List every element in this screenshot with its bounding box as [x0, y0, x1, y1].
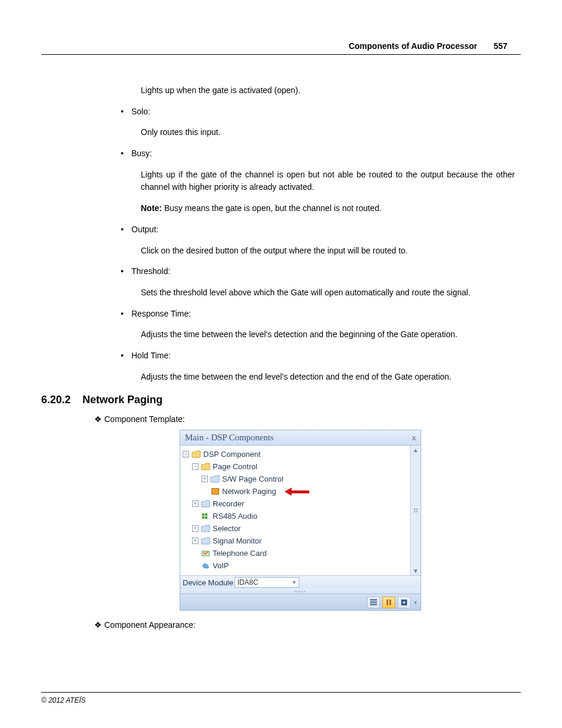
tree-item-page-control[interactable]: − Page Control — [183, 460, 408, 473]
bullet-label: Hold Time: — [131, 350, 171, 363]
page-footer: © 2012 ATEÏS — [41, 692, 521, 704]
panel-header: Main - DSP Components x — [180, 430, 421, 446]
component-appearance-label: ❖ Component Appearance: — [94, 620, 521, 630]
tree-label: DSP Component — [203, 450, 260, 459]
resize-grip[interactable]: ▪▪▪▪▪ — [180, 589, 421, 594]
expand-icon[interactable]: + — [192, 525, 199, 532]
tree-item-sw-page-control[interactable]: + S/W Page Control — [183, 473, 408, 485]
tree-item-voip[interactable]: VoIP — [183, 559, 408, 572]
tree-item-rs485-audio[interactable]: RS485 Audio — [183, 510, 408, 522]
tree-label: Network Paging — [222, 487, 276, 496]
tree-label: RS485 Audio — [213, 512, 257, 521]
bullet-threshold: Threshold: — [121, 265, 515, 278]
page-number: 557 — [494, 41, 521, 51]
telephone-icon — [201, 549, 210, 558]
expand-icon[interactable]: + — [192, 500, 199, 507]
device-module-label: Device Module — [183, 578, 233, 587]
bullet-hold: Hold Time: — [121, 350, 515, 363]
panel-title: Main - DSP Components — [185, 433, 274, 443]
folder-icon — [201, 525, 210, 533]
tree-item-telephone-card[interactable]: Telephone Card — [183, 547, 408, 559]
content-body: Lights up when the gate is activated (op… — [121, 84, 515, 383]
voip-icon — [201, 562, 210, 570]
toolbar-align-button[interactable] — [382, 597, 395, 608]
appearance-label-text: Component Appearance: — [104, 620, 196, 630]
folder-icon — [210, 475, 220, 483]
section-heading: 6.20.2 Network Paging — [41, 394, 521, 406]
chevron-down-icon[interactable]: ▾ — [414, 599, 417, 605]
tree-item-selector[interactable]: + Selector — [183, 522, 408, 535]
diamond-icon: ❖ — [94, 620, 102, 630]
component-template-label: ❖ Component Template: — [94, 414, 521, 424]
tree-label: Telephone Card — [213, 549, 267, 558]
bullet-icon — [121, 223, 131, 236]
toolbar-list-button[interactable] — [367, 597, 380, 608]
bullet-solo: Solo: — [121, 106, 515, 118]
tree-item-network-paging[interactable]: Network Paging — [183, 485, 408, 498]
svg-rect-4 — [386, 599, 388, 605]
folder-icon — [201, 500, 210, 508]
panel-toolbar: ▾ — [180, 594, 421, 610]
bullet-label: Busy: — [131, 147, 152, 160]
tree-label: S/W Page Control — [222, 475, 283, 483]
svg-rect-1 — [370, 599, 377, 601]
tree-label: Page Control — [213, 462, 257, 471]
expand-icon[interactable]: + — [192, 538, 199, 544]
collapse-icon[interactable]: − — [192, 463, 199, 470]
device-module-value: IDA8C — [237, 578, 258, 587]
tree-label: Recorder — [213, 499, 244, 508]
tree-label: Signal Monitor — [213, 536, 262, 545]
copyright-text: © 2012 ATEÏS — [41, 696, 86, 704]
tree-item-recorder[interactable]: + Recorder — [183, 498, 408, 510]
threshold-text: Sets the threshold level above which the… — [141, 286, 515, 299]
bullet-icon — [121, 265, 131, 278]
solo-text: Only routes this input. — [141, 126, 515, 139]
hold-text: Adjusts the time between the end level's… — [141, 371, 515, 384]
svg-point-7 — [403, 601, 405, 604]
bullet-label: Threshold: — [131, 265, 170, 278]
device-module-row: Device Module IDA8C ▼ — [180, 575, 421, 589]
output-text: Click on the desired button of the outpu… — [141, 245, 515, 258]
response-text: Adjusts the time between the level's det… — [141, 328, 515, 341]
bullet-response: Response Time: — [121, 308, 515, 321]
busy-text: Lights up if the gate of the channel is … — [141, 169, 515, 194]
toolbar-settings-button[interactable] — [398, 597, 411, 608]
section-title: Network Paging — [82, 394, 163, 406]
module-icon — [210, 487, 220, 496]
collapse-icon[interactable]: − — [183, 451, 189, 457]
arrow-indicator-icon — [285, 487, 310, 496]
diamond-icon: ❖ — [94, 414, 102, 424]
folder-icon — [201, 537, 210, 545]
close-icon[interactable]: x — [412, 433, 416, 442]
folder-icon — [191, 450, 201, 459]
tree-item-dsp-component[interactable]: − DSP Component — [183, 448, 408, 460]
gate-open-text: Lights up when the gate is activated (op… — [141, 84, 515, 97]
note-prefix: Note: — [141, 203, 162, 213]
expand-icon[interactable]: + — [201, 476, 208, 482]
tree-item-signal-monitor[interactable]: + Signal Monitor — [183, 535, 408, 547]
page-header: Components of Audio Processor 557 — [41, 41, 521, 55]
scroll-down-icon[interactable]: ▼ — [413, 568, 419, 574]
svg-rect-2 — [370, 601, 377, 603]
section-number: 6.20.2 — [41, 394, 71, 406]
dsp-components-panel: Main - DSP Components x − DSP Component … — [180, 430, 421, 611]
bullet-label: Response Time: — [131, 308, 191, 321]
bullet-label: Solo: — [131, 106, 150, 118]
tree-label: VoIP — [213, 561, 229, 570]
svg-rect-5 — [389, 599, 391, 605]
bullet-output: Output: — [121, 223, 515, 236]
bullet-icon — [121, 106, 131, 118]
folder-icon — [201, 463, 210, 471]
scroll-thumb[interactable] — [414, 509, 418, 512]
template-label-text: Component Template: — [104, 414, 185, 424]
scroll-up-icon[interactable]: ▲ — [413, 447, 419, 453]
tree-view[interactable]: − DSP Component − Page Control — [180, 446, 410, 575]
scrollbar[interactable]: ▲ ▼ — [410, 446, 421, 575]
header-title: Components of Audio Processor — [349, 41, 477, 51]
bullet-label: Output: — [131, 223, 158, 236]
bullet-icon — [121, 350, 131, 363]
device-module-select[interactable]: IDA8C ▼ — [234, 577, 299, 588]
bullet-busy: Busy: — [121, 147, 515, 160]
bullet-icon — [121, 308, 131, 321]
chevron-down-icon: ▼ — [292, 579, 297, 585]
